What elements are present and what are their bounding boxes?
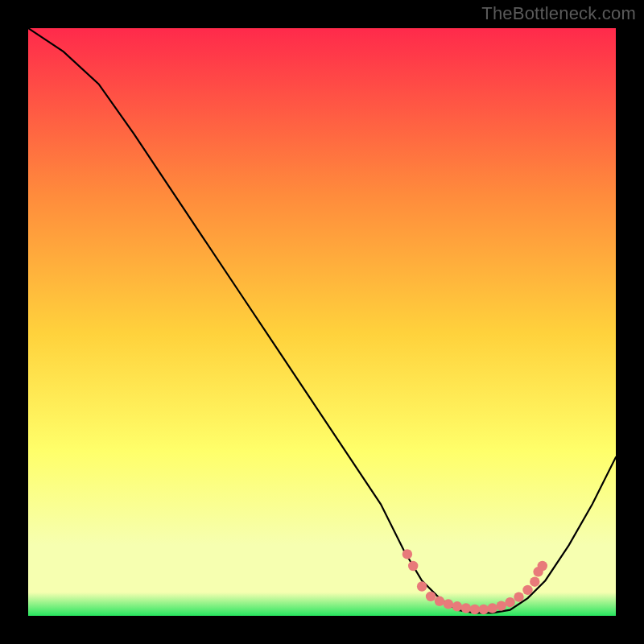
optimal-marker bbox=[470, 605, 480, 614]
optimal-marker bbox=[479, 605, 489, 614]
chart-svg bbox=[28, 28, 616, 616]
optimal-marker bbox=[435, 597, 444, 606]
optimal-marker bbox=[538, 561, 547, 571]
optimal-marker bbox=[444, 599, 453, 609]
optimal-marker bbox=[522, 585, 532, 595]
optimal-marker bbox=[402, 549, 412, 559]
optimal-marker bbox=[417, 581, 427, 591]
optimal-marker bbox=[514, 592, 523, 601]
optimal-marker bbox=[497, 601, 506, 610]
optimal-marker bbox=[530, 577, 539, 587]
optimal-marker bbox=[426, 592, 436, 601]
optimal-marker bbox=[452, 601, 462, 611]
optimal-marker bbox=[461, 603, 471, 613]
optimal-marker bbox=[488, 603, 497, 613]
optimal-marker bbox=[408, 561, 418, 571]
chart-frame: TheBottleneck.com bbox=[0, 0, 644, 644]
gradient-background bbox=[28, 28, 616, 616]
plot-area bbox=[28, 28, 616, 616]
watermark-text: TheBottleneck.com bbox=[481, 3, 636, 24]
optimal-marker bbox=[505, 597, 514, 607]
